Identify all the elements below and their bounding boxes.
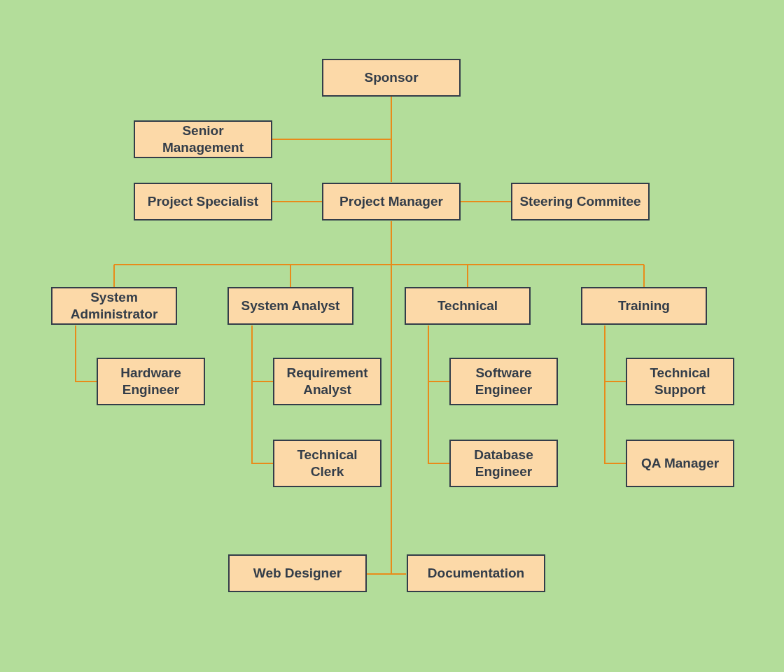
node-technical: Technical [405, 287, 531, 325]
node-project-manager: Project Manager [322, 183, 461, 220]
node-project-specialist: Project Specialist [134, 183, 272, 220]
node-technical-clerk: Technical Clerk [273, 440, 382, 487]
node-senior-management: Senior Management [134, 120, 272, 158]
node-qa-manager: QA Manager [626, 440, 734, 487]
node-steering-committee: Steering Commitee [511, 183, 650, 220]
node-system-administrator: System Administrator [51, 287, 177, 325]
node-web-designer: Web Designer [228, 554, 367, 592]
node-requirement-analyst: Requirement Analyst [273, 358, 382, 405]
connector-lines [0, 0, 784, 672]
node-sponsor: Sponsor [322, 59, 461, 97]
node-database-engineer: Database Engineer [449, 440, 558, 487]
node-hardware-engineer: Hardware Engineer [97, 358, 205, 405]
node-software-engineer: Software Engineer [449, 358, 558, 405]
node-technical-support: Technical Support [626, 358, 734, 405]
node-documentation: Documentation [407, 554, 545, 592]
node-system-analyst: System Analyst [227, 287, 354, 325]
node-training: Training [581, 287, 707, 325]
